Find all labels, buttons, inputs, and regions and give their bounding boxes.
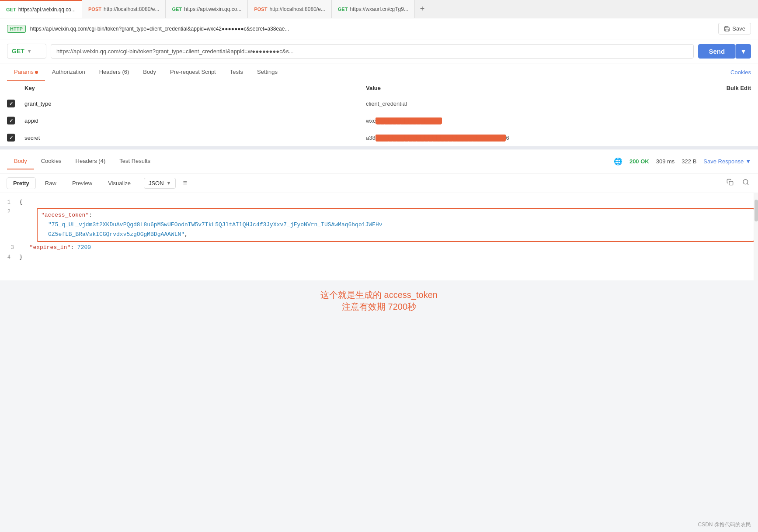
annotation-block: 这个就是生成的 access_token 注意有效期 7200秒: [0, 280, 758, 317]
checkbox-2[interactable]: [7, 134, 15, 142]
table-row: grant_type client_credential: [0, 95, 758, 112]
json-format-selector[interactable]: JSON ▼: [144, 178, 176, 189]
send-button[interactable]: Send: [698, 44, 735, 59]
tab-params[interactable]: Params: [7, 63, 45, 81]
send-dropdown-button[interactable]: ▼: [735, 44, 751, 59]
table-header: Key Value Bulk Edit: [0, 81, 758, 95]
tab-url-3: http://localhost:8080/e...: [269, 6, 325, 12]
line-content-1: {: [17, 197, 758, 207]
svg-rect-0: [729, 181, 733, 185]
tab-method-3: POST: [254, 7, 267, 12]
format-pretty-button[interactable]: Pretty: [7, 178, 35, 189]
status-code: 200 OK: [629, 158, 649, 165]
search-icon[interactable]: [741, 177, 751, 189]
tab-bar: GET https://api.weixin.qq.co... POST htt…: [0, 0, 758, 18]
params-section: Key Value Bulk Edit grant_type client_cr…: [0, 81, 758, 146]
tab-method-2: GET: [172, 7, 182, 12]
highlighted-access-token: "access_token": "75_q_UL_vjdm3t2XKDuAvPQ…: [37, 208, 755, 242]
body-toolbar: Pretty Raw Preview Visualize JSON ▼ ≡: [0, 173, 758, 193]
access-token-key: "access_token": [41, 212, 89, 218]
request-line: GET ▼ Send ▼: [0, 39, 758, 63]
checkbox-1[interactable]: [7, 117, 15, 124]
response-tabs-panel: Body Cookies Headers (4) Test Results 🌐 …: [0, 150, 758, 173]
code-line-3: 3 "expires_in": 7200: [0, 243, 758, 252]
tab-item-3[interactable]: POST http://localhost:8080/e...: [248, 0, 331, 18]
param-value-0: client_credential: [366, 100, 707, 107]
url-input[interactable]: [51, 44, 694, 59]
line-num-3: 3: [3, 243, 21, 252]
format-raw-button[interactable]: Raw: [39, 178, 63, 189]
param-key-1: appid: [24, 117, 366, 124]
save-label: Save: [732, 25, 745, 32]
col-key: Key: [24, 85, 366, 91]
tab-settings[interactable]: Settings: [250, 63, 285, 81]
code-area: 1 { 2 "access_token": "75_q_UL_vjdm3t2XK…: [0, 193, 758, 280]
add-tab-button[interactable]: +: [415, 0, 430, 18]
annotation-line2: 注意有效期 7200秒: [0, 301, 758, 313]
line-content-3: "expires_in": 7200: [21, 243, 758, 252]
format-preview-button[interactable]: Preview: [66, 178, 98, 189]
svg-line-2: [747, 183, 748, 185]
tab-method-4: GET: [338, 7, 348, 12]
json-format-label: JSON: [149, 180, 164, 187]
save-button[interactable]: Save: [718, 23, 751, 35]
code-line-1: 1 {: [0, 197, 758, 207]
resp-tab-headers[interactable]: Headers (4): [69, 153, 113, 169]
tab-item-4[interactable]: GET https://wxaurl.cn/cgTg9...: [332, 0, 415, 18]
cookies-link[interactable]: Cookies: [730, 69, 751, 76]
response-status: 🌐 200 OK 309 ms 322 B Save Response ▼: [614, 157, 751, 166]
method-value: GET: [12, 48, 24, 55]
tab-url-1: http://localhost:8080/e...: [104, 6, 159, 12]
line-num-4: 4: [0, 252, 17, 262]
access-token-value: "75_q_UL_vjdm3t2XKDuAvPQgd8L8u6pMSwUFOod…: [48, 221, 382, 228]
tab-item-2[interactable]: GET https://api.weixin.qq.co...: [166, 0, 248, 18]
tab-method-0: GET: [6, 7, 16, 12]
expires-in-value: 7200: [77, 244, 91, 251]
resp-tab-cookies[interactable]: Cookies: [34, 153, 69, 169]
tab-tests[interactable]: Tests: [223, 63, 250, 81]
globe-icon: 🌐: [614, 157, 622, 166]
send-btn-group: Send ▼: [698, 44, 751, 59]
access-token-value-cont: GZ5efLB_BRaVskICGQrvdxv5zgOGgMBDgAAAWLN": [48, 231, 184, 238]
col-bulk-edit[interactable]: Bulk Edit: [707, 85, 751, 91]
tab-url-2: https://api.weixin.qq.co...: [184, 6, 241, 12]
expires-in-key: "expires_in": [30, 244, 71, 251]
tab-item-0[interactable]: GET https://api.weixin.qq.co...: [0, 0, 82, 18]
svg-point-1: [743, 180, 748, 184]
save-response-chevron-icon: ▼: [745, 158, 751, 165]
annotation-line1: 这个就是生成的 access_token: [0, 289, 758, 301]
tab-url-0: https://api.weixin.qq.co...: [18, 7, 76, 13]
col-value: Value: [366, 85, 707, 91]
tab-headers[interactable]: Headers (6): [92, 63, 136, 81]
save-response-button[interactable]: Save Response ▼: [703, 158, 751, 165]
copy-icon[interactable]: [725, 177, 735, 189]
code-line-4: 4 }: [0, 252, 758, 262]
method-chevron-icon: ▼: [27, 48, 32, 54]
url-display: https://api.weixin.qq.com/cgi-bin/token?…: [30, 26, 714, 32]
tab-body[interactable]: Body: [136, 63, 163, 81]
scrollbar-track[interactable]: [754, 193, 758, 280]
json-format-chevron-icon: ▼: [167, 180, 171, 186]
param-key-2: secret: [24, 135, 366, 141]
param-value-1: wxc████████████████: [366, 117, 707, 124]
section-divider: [0, 146, 758, 149]
resp-tab-body[interactable]: Body: [7, 153, 34, 169]
code-line-2: 2 "access_token": "75_q_UL_vjdm3t2XKDuAv…: [0, 207, 758, 243]
scrollbar-thumb[interactable]: [755, 200, 758, 221]
table-row: secret a38██████████████████████████████…: [0, 129, 758, 146]
format-visualize-button[interactable]: Visualize: [102, 178, 137, 189]
tab-pre-request[interactable]: Pre-request Script: [163, 63, 223, 81]
resp-tab-test-results[interactable]: Test Results: [112, 153, 157, 169]
checkbox-0[interactable]: [7, 100, 15, 107]
tab-url-4: https://wxaurl.cn/cgTg9...: [350, 6, 408, 12]
method-selector[interactable]: GET ▼: [7, 44, 46, 59]
response-time: 309 ms: [656, 158, 675, 165]
tab-item-1[interactable]: POST http://localhost:8080/e...: [82, 0, 166, 18]
footer: CSDN @撸代码的农民: [698, 521, 751, 529]
col-check: [7, 85, 24, 91]
tab-authorization[interactable]: Authorization: [45, 63, 92, 81]
footer-text: CSDN @撸代码的农民: [698, 522, 751, 528]
filter-icon[interactable]: ≡: [183, 179, 187, 187]
save-icon: [724, 26, 730, 32]
request-tabs-panel: Params Authorization Headers (6) Body Pr…: [0, 63, 758, 81]
